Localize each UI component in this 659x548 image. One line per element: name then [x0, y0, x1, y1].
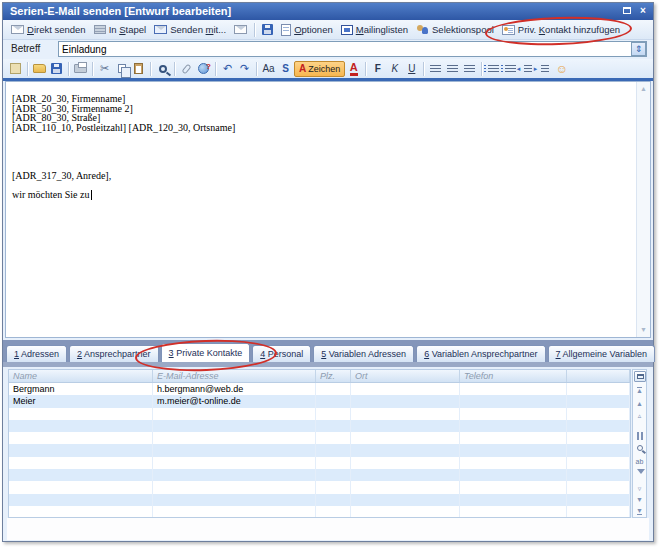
toolbar-separator — [254, 23, 255, 37]
align-center-button[interactable] — [444, 60, 461, 77]
priv-kontakt-label: Priv. Kontakt hinzufügen — [518, 24, 620, 35]
text-caret — [91, 190, 92, 200]
previous-record-icon[interactable]: ▵ — [633, 412, 646, 420]
next-record-icon[interactable]: ▿ — [633, 485, 646, 493]
contact-card-icon — [502, 25, 515, 35]
jump-to-bottom-icon[interactable]: ▼ — [633, 507, 646, 515]
columns-icon[interactable] — [637, 432, 645, 440]
subject-input[interactable] — [58, 41, 647, 57]
table-layout-button[interactable] — [634, 371, 646, 382]
italic-button[interactable]: K — [386, 60, 403, 77]
cell-plz — [316, 395, 351, 407]
editor-line — [12, 132, 630, 142]
web-lookup-button[interactable] — [195, 60, 212, 77]
email-body-editor[interactable]: [ADR_20_30, Firmenname] [ADR_50_30, Firm… — [5, 81, 651, 338]
template-button[interactable] — [7, 60, 24, 77]
mailinglisten-button[interactable]: Mailinglisten — [337, 21, 412, 38]
attach-button[interactable] — [178, 60, 195, 77]
toolbar-separator — [215, 62, 216, 76]
search-button[interactable] — [154, 60, 171, 77]
page-up-icon[interactable]: ▲ — [633, 400, 646, 408]
scroll-down-icon[interactable]: ▼ — [637, 324, 650, 336]
jump-to-top-icon[interactable]: ▲ — [633, 387, 646, 395]
col-header-name[interactable]: Name — [9, 370, 153, 382]
col-header-plz[interactable]: Plz. — [316, 370, 351, 382]
font-style-button[interactable]: S — [277, 60, 294, 77]
bullet-list-icon — [505, 65, 516, 73]
tab-allgemeine-variablen[interactable]: 7 Allgemeine Variablen — [548, 345, 655, 362]
filter-icon[interactable] — [637, 469, 645, 474]
bold-button[interactable]: F — [369, 60, 386, 77]
empty-table-row — [9, 432, 630, 444]
col-header-email[interactable]: E-Mail-Adresse — [153, 370, 316, 382]
cut-button[interactable]: ✂ — [96, 60, 113, 77]
align-right-button[interactable] — [461, 60, 478, 77]
tab-strip: 1 Adressen 2 Ansprechpartner 3 Private K… — [3, 340, 653, 367]
cell-extra — [567, 383, 630, 395]
editor-line — [12, 152, 630, 162]
col-header-ort[interactable]: Ort — [351, 370, 460, 382]
redo-button[interactable]: ↷ — [236, 60, 253, 77]
mail-preview-button[interactable] — [230, 21, 251, 38]
copy-button[interactable] — [113, 60, 130, 77]
save-draft-button[interactable] — [48, 60, 65, 77]
subject-dropdown-button[interactable]: ⇕ — [631, 42, 646, 56]
undo-button[interactable]: ↶ — [219, 60, 236, 77]
editor-scrollbar[interactable]: ▲ ▼ — [636, 82, 650, 337]
send-direct-icon — [11, 25, 24, 34]
senden-mit-button[interactable]: Senden mit... — [150, 21, 230, 38]
print-button[interactable] — [72, 60, 89, 77]
underline-button[interactable]: U — [403, 60, 420, 77]
indent-button[interactable] — [536, 60, 553, 77]
open-folder-icon — [33, 64, 46, 73]
empty-table-row — [9, 408, 630, 420]
tab-private-kontakte[interactable]: 3 Private Kontakte — [161, 343, 251, 362]
cell-ort — [351, 383, 460, 395]
tab-variablen-ansprechpartner[interactable]: 6 Variablen Ansprechpartner — [416, 345, 545, 362]
copy-icon — [118, 64, 126, 73]
page-down-icon[interactable]: ▼ — [633, 496, 646, 504]
cell-extra — [567, 395, 630, 407]
tab-personal[interactable]: 4 Personal — [252, 345, 311, 362]
close-window-button[interactable]: × — [636, 5, 650, 18]
tab-ansprechpartner[interactable]: 2 Ansprechpartner — [69, 345, 159, 362]
toolbar-separator — [150, 62, 151, 76]
direkt-senden-button[interactable]: Direkt senden — [7, 21, 90, 38]
tab-variablen-adressen[interactable]: 5 Variablen Adressen — [313, 345, 414, 362]
font-color-icon: A — [350, 62, 358, 76]
zeichen-format-button[interactable]: A Zeichen — [294, 61, 345, 77]
numbered-list-button[interactable] — [485, 60, 502, 77]
editor-line: [ADR_317_30, Anrede], — [12, 171, 630, 181]
font-color-button[interactable]: A — [345, 60, 362, 77]
subject-row: Betreff ⇕ — [3, 40, 653, 59]
editor-line — [12, 142, 630, 152]
contacts-table: Name E-Mail-Adresse Plz. Ort Telefon Ber… — [8, 369, 631, 518]
paste-button[interactable] — [130, 60, 147, 77]
mail-icon — [234, 25, 247, 34]
table-search-icon[interactable] — [637, 445, 643, 451]
optionen-label: Optionen — [294, 24, 333, 35]
empty-table-row — [9, 444, 630, 456]
restore-window-button[interactable] — [620, 5, 634, 18]
save-button[interactable] — [258, 21, 277, 38]
in-stapel-button[interactable]: In Stapel — [90, 21, 151, 38]
editor-text: [ADR_20_30, Firmenname] [ADR_50_30, Firm… — [12, 94, 630, 200]
table-row[interactable]: Meier m.meier@t-online.de — [9, 395, 630, 407]
senden-mit-label: Senden mit... — [170, 24, 226, 35]
tab-adressen[interactable]: 1 Adressen — [6, 345, 67, 362]
empty-table-row — [9, 481, 630, 493]
open-button[interactable] — [31, 60, 48, 77]
style-icon: S — [282, 63, 289, 74]
sort-icon[interactable]: ab — [633, 458, 646, 466]
align-left-button[interactable] — [427, 60, 444, 77]
scroll-up-icon[interactable]: ▲ — [637, 83, 650, 95]
table-row[interactable]: Bergmann h.bergmann@web.de — [9, 383, 630, 395]
col-header-telefon[interactable]: Telefon — [460, 370, 567, 382]
priv-kontakt-hinzufuegen-button[interactable]: Priv. Kontakt hinzufügen — [498, 21, 624, 38]
optionen-button[interactable]: Optionen — [277, 21, 337, 38]
emoticon-button[interactable]: ☺ — [553, 60, 570, 77]
toolbar-separator — [68, 62, 69, 76]
print-icon — [74, 64, 87, 73]
font-size-button[interactable]: Aa — [260, 60, 277, 77]
selektionspool-button[interactable]: Selektionspool — [412, 21, 498, 38]
